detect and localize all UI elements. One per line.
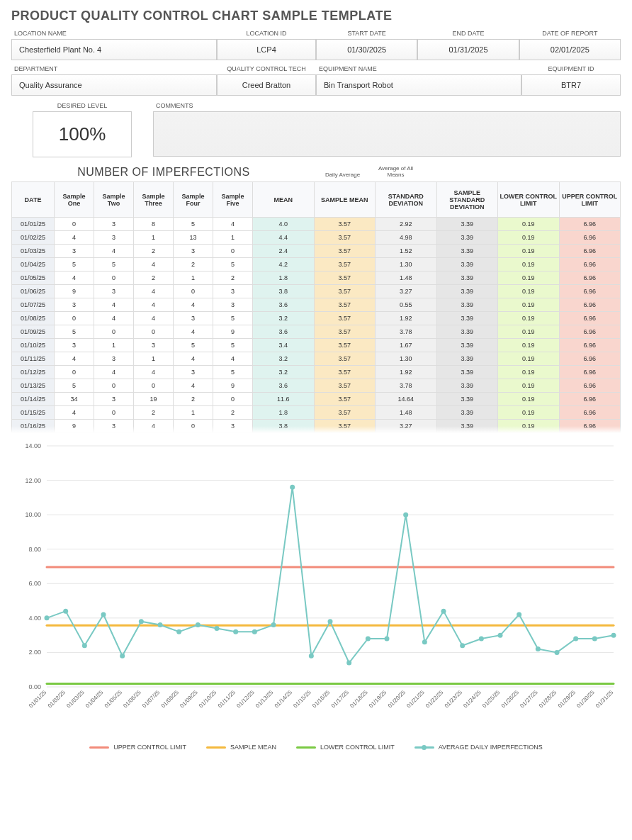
svg-point-47 [573,637,578,642]
meta-row-1: LOCATION NAME Chesterfield Plant No. 4 L… [11,28,621,60]
report-date-label: DATE OF REPORT [519,28,621,39]
th-lcl: LOWER CONTROL LIMIT [498,182,560,218]
svg-point-19 [45,615,50,620]
table-row: 01/16/25934033.83.573.273.390.196.96 [12,420,621,433]
svg-text:01/07/25: 01/07/25 [141,689,162,710]
svg-point-33 [309,654,314,659]
table-row: 01/03/25342302.43.571.523.390.196.96 [12,245,621,258]
svg-text:01/12/25: 01/12/25 [235,689,256,710]
svg-point-41 [460,643,465,648]
svg-text:8.00: 8.00 [28,546,41,553]
th-sample-five: Sample Five [213,182,253,218]
svg-point-29 [233,629,238,634]
svg-point-46 [555,650,560,655]
svg-point-40 [441,609,446,614]
location-id-label: LOCATION ID [217,28,316,39]
table-row: 01/13/25500493.63.573.783.390.196.96 [12,379,621,393]
svg-text:6.00: 6.00 [28,580,41,587]
table-row: 01/14/25343192011.63.5714.643.390.196.96 [12,393,621,406]
svg-point-49 [611,633,616,638]
start-date[interactable]: 01/30/2025 [316,39,417,60]
svg-point-48 [592,637,597,642]
equipment-id[interactable]: BTR7 [521,74,621,96]
svg-point-31 [271,622,276,627]
svg-text:01/17/25: 01/17/25 [330,689,351,710]
svg-text:01/30/25: 01/30/25 [575,689,596,710]
table-row: 01/15/25402121.83.571.483.390.196.96 [12,406,621,420]
table-row: 01/06/25934033.83.573.273.390.196.96 [12,285,621,298]
svg-text:01/16/25: 01/16/25 [311,689,332,710]
svg-text:01/05/25: 01/05/25 [103,689,124,710]
svg-text:4.00: 4.00 [28,615,41,622]
desired-level[interactable]: 100% [33,111,132,157]
imperfections-table: DATE Sample One Sample Two Sample Three … [11,181,621,433]
svg-text:01/19/25: 01/19/25 [368,689,388,710]
svg-text:01/14/25: 01/14/25 [273,689,294,710]
svg-text:01/27/25: 01/27/25 [519,689,539,710]
table-row: 01/02/254311314.43.574.983.390.196.96 [12,231,621,245]
table-row: 01/01/25038544.03.572.923.390.196.96 [12,218,621,231]
svg-text:01/04/25: 01/04/25 [84,689,105,710]
chart-legend: UPPER CONTROL LIMIT SAMPLE MEAN LOWER CO… [11,744,621,751]
svg-text:01/18/25: 01/18/25 [349,689,369,710]
comments-label: COMMENTS [153,100,621,111]
th-date: DATE [12,182,55,218]
meta-row-2: DEPARTMENT Quality Assurance QUALITY CON… [11,63,621,96]
svg-point-26 [176,629,181,634]
qc-tech[interactable]: Creed Bratton [217,74,316,96]
svg-text:12.00: 12.00 [25,477,41,484]
svg-point-25 [158,622,163,627]
svg-text:01/23/25: 01/23/25 [444,689,464,710]
svg-text:01/02/25: 01/02/25 [47,689,67,710]
table-row: 01/07/25344433.63.570.553.390.196.96 [12,298,621,312]
svg-text:01/28/25: 01/28/25 [538,689,558,710]
svg-text:01/06/25: 01/06/25 [122,689,142,710]
legend-ucl: UPPER CONTROL LIMIT [89,744,186,751]
location-name-label: LOCATION NAME [11,28,217,39]
location-id[interactable]: LCP4 [217,39,316,60]
table-row: 01/04/25554254.23.571.303.390.196.96 [12,258,621,271]
svg-text:01/10/25: 01/10/25 [198,689,218,710]
svg-point-34 [328,619,333,624]
svg-point-45 [536,646,541,651]
meta-row-3: DESIRED LEVEL 100% COMMENTS [11,100,621,157]
svg-text:01/03/25: 01/03/25 [65,689,86,710]
svg-point-27 [196,622,201,627]
th-sample-two: Sample Two [94,182,134,218]
table-row: 01/10/25313553.43.571.673.390.196.96 [12,339,621,352]
svg-point-43 [498,633,503,638]
comments-box[interactable] [153,111,621,157]
department-label: DEPARTMENT [11,63,217,74]
svg-point-20 [63,609,68,614]
svg-text:01/08/25: 01/08/25 [160,689,181,710]
start-date-label: START DATE [316,28,417,39]
svg-text:10.00: 10.00 [25,511,41,518]
th-sample-std: SAMPLE STANDARD DEVIATION [436,182,498,218]
location-name[interactable]: Chesterfield Plant No. 4 [11,39,217,60]
report-date[interactable]: 02/01/2025 [519,39,621,60]
th-sample-one: Sample One [55,182,94,218]
table-row: 01/08/25044353.23.571.923.390.196.96 [12,312,621,325]
section-title: NUMBER OF IMPERFECTIONS [11,166,316,179]
department[interactable]: Quality Assurance [11,74,217,96]
svg-text:01/29/25: 01/29/25 [557,689,577,710]
end-date-label: END DATE [417,28,519,39]
svg-point-32 [290,485,295,490]
qc-tech-label: QUALITY CONTROL TECH [217,63,316,74]
svg-text:14.00: 14.00 [25,442,41,449]
equipment-name[interactable]: Bin Transport Robot [316,74,521,96]
legend-avg-daily: AVERAGE DAILY IMPERFECTIONS [414,744,543,751]
th-sample-three: Sample Three [134,182,174,218]
th-sample-mean: SAMPLE MEAN [314,182,376,218]
end-date[interactable]: 01/31/2025 [417,39,519,60]
legend-lcl: LOWER CONTROL LIMIT [296,744,395,751]
svg-text:2.00: 2.00 [28,649,41,656]
svg-point-38 [403,513,408,517]
svg-text:01/22/25: 01/22/25 [424,689,445,710]
svg-point-24 [139,619,144,624]
svg-text:01/31/25: 01/31/25 [594,689,615,710]
svg-text:01/25/25: 01/25/25 [481,689,502,710]
svg-point-42 [479,637,484,642]
svg-point-39 [422,639,427,644]
svg-text:01/11/25: 01/11/25 [217,689,237,710]
